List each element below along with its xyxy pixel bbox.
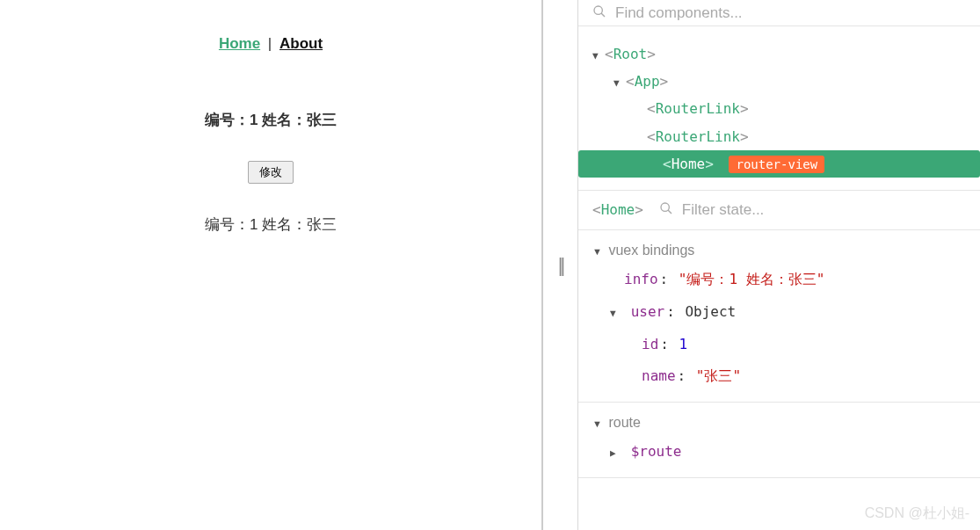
component-search-bar [578,0,980,26]
search-icon [659,201,673,219]
state-row-route[interactable]: ▶ $route [592,436,966,468]
section-title[interactable]: ▼ route [592,411,966,436]
chevron-down-icon: ▼ [592,418,605,429]
svg-line-3 [668,210,671,214]
nav-bar: Home | About [18,9,524,62]
component-search-input[interactable] [615,4,966,22]
modify-button[interactable]: 修改 [248,161,294,184]
tree-node-root[interactable]: ▼<Root> [592,40,980,68]
svg-line-1 [601,13,605,17]
app-preview: Home | About 编号：1 姓名：张三 修改 编号：1 姓名：张三 [0,0,543,530]
chevron-right-icon: ▶ [610,445,622,462]
state-row-id[interactable]: id: 1 [592,329,966,361]
state-header: <Home> [578,191,980,230]
state-filter-input[interactable] [682,201,868,219]
svg-point-2 [661,203,669,211]
router-view-badge: router-view [729,156,824,173]
info-line-plain: 编号：1 姓名：张三 [18,214,524,235]
chevron-down-icon: ▼ [610,305,622,323]
state-row-name[interactable]: name: "张三" [592,360,966,393]
state-row-user[interactable]: ▼ user: Object [592,296,966,329]
nav-about-link[interactable]: About [279,35,323,52]
drag-handle-icon: || [558,254,563,277]
chevron-down-icon: ▼ [592,48,605,65]
nav-separator: | [268,35,272,52]
nav-home-link[interactable]: Home [219,35,260,52]
tree-node-app[interactable]: ▼<App> [592,68,980,95]
svg-point-0 [594,6,602,14]
panel-splitter[interactable]: || [543,0,578,530]
tree-node-home-selected[interactable]: <Home> router-view [578,150,980,178]
selected-component-name: <Home> [592,201,643,218]
tree-node-routerlink[interactable]: <RouterLink> [592,95,980,122]
vuex-bindings-section: ▼ vuex bindings info: "编号：1 姓名：张三" ▼ use… [578,230,980,403]
tree-node-routerlink[interactable]: <RouterLink> [592,123,980,150]
chevron-down-icon: ▼ [592,246,605,257]
info-line-bold: 编号：1 姓名：张三 [18,110,524,130]
component-tree: ▼<Root> ▼<App> <RouterLink> <RouterLink>… [578,26,980,191]
state-row-info[interactable]: info: "编号：1 姓名：张三" [592,264,966,296]
devtools-panel: ▼<Root> ▼<App> <RouterLink> <RouterLink>… [578,0,980,530]
section-title[interactable]: ▼ vuex bindings [592,239,966,264]
chevron-down-icon: ▼ [613,76,626,92]
route-section: ▼ route ▶ $route [578,403,980,478]
search-icon [592,4,606,22]
